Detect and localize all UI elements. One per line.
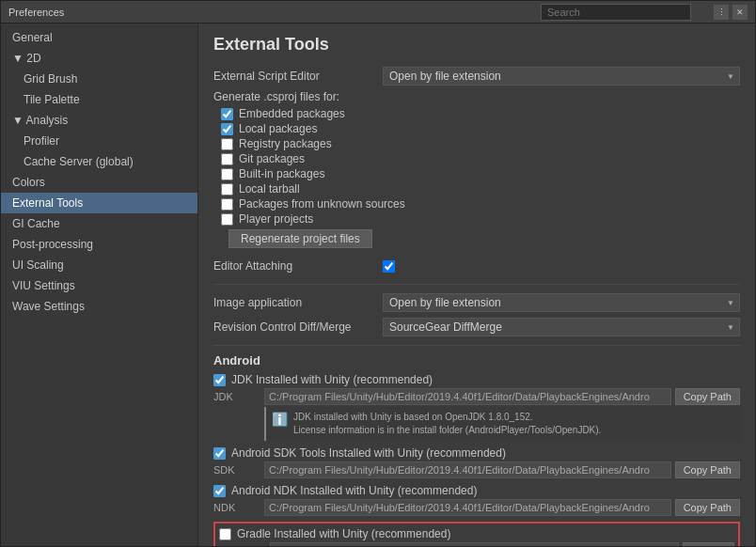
jdk-checkbox[interactable] [213,374,226,386]
revision-dropdown[interactable]: SourceGear DiffMerge [383,318,740,336]
sidebar-item-external-tools[interactable]: External Tools [1,193,197,213]
jdk-path-input[interactable] [264,388,671,405]
ndk-checkbox-row: Android NDK Installed with Unity (recomm… [213,484,740,497]
sdk-checkbox[interactable] [213,447,226,460]
search-input[interactable] [541,4,691,21]
editor-attaching-row: Editor Attaching [213,256,740,276]
checkbox-row-built-in: Built-in packages [213,167,740,180]
checkbox-label-git: Git packages [239,152,305,165]
image-app-label: Image application [213,296,383,309]
checkbox-row-registry: Registry packages [213,137,740,150]
sidebar-item-analysis[interactable]: ▼ Analysis [1,110,197,131]
checkbox-label-local-tarball: Local tarball [239,182,300,195]
regen-button[interactable]: Regenerate project files [228,229,372,248]
gradle-browse-button[interactable]: Browse [683,542,734,546]
ndk-key-label: NDK [213,502,260,513]
gradle-highlighted-section: Gradle Installed with Unity (recommended… [213,522,740,546]
sdk-checkbox-label: Android SDK Tools Installed with Unity (… [231,446,506,460]
main-layout: General ▼ 2D Grid Brush Tile Palette ▼ A… [1,23,755,546]
sidebar-item-viu-settings[interactable]: VIU Settings [1,275,197,296]
page-title: External Tools [213,35,740,55]
image-app-row: Image application Open by file extension [213,292,740,313]
gradle-key-label: Gradle [219,545,266,546]
sdk-checkbox-row: Android SDK Tools Installed with Unity (… [213,446,740,460]
checkbox-local[interactable] [221,123,233,135]
checkbox-embedded[interactable] [221,108,233,120]
divider-2 [213,345,740,346]
editor-attaching-checkbox[interactable] [383,260,395,273]
jdk-info-text: JDK installed with Unity is based on Ope… [293,411,601,437]
sdk-row: Android SDK Tools Installed with Unity (… [213,446,740,478]
checkbox-unknown[interactable] [221,198,233,211]
sidebar-item-grid-brush[interactable]: Grid Brush [1,69,197,89]
script-editor-dropdown[interactable]: Open by file extension [383,67,740,86]
checkbox-row-local-tarball: Local tarball [213,182,740,195]
sidebar-item-cache-server[interactable]: Cache Server (global) [1,151,197,172]
revision-row: Revision Control Diff/Merge SourceGear D… [213,317,740,337]
checkbox-label-local: Local packages [239,122,317,135]
checkbox-label-player: Player projects [239,212,313,226]
sdk-path-row: SDK Copy Path [213,461,740,478]
image-app-dropdown[interactable]: Open by file extension [383,293,740,312]
generate-section: Generate .csproj files for: Embedded pac… [213,90,740,248]
checkbox-row-git: Git packages [213,152,740,165]
sidebar-item-tile-palette[interactable]: Tile Palette [1,89,197,110]
caret-2d: ▼ [12,52,26,65]
titlebar: Preferences ⋮ ✕ [1,1,755,23]
gradle-path-input[interactable] [270,542,679,546]
revision-dropdown-wrapper: SourceGear DiffMerge [383,318,740,336]
android-title: Android [213,353,740,367]
sidebar-item-post-processing[interactable]: Post-processing [1,234,197,255]
editor-attaching-label: Editor Attaching [213,259,383,273]
checkbox-local-tarball[interactable] [221,183,233,195]
sidebar-item-general[interactable]: General [1,27,197,48]
ndk-row: Android NDK Installed with Unity (recomm… [213,484,740,516]
script-editor-row: External Script Editor Open by file exte… [213,66,740,86]
gradle-checkbox[interactable] [219,528,231,540]
jdk-copy-path-button[interactable]: Copy Path [675,388,740,405]
ndk-checkbox-label: Android NDK Installed with Unity (recomm… [231,484,477,497]
sdk-copy-path-button[interactable]: Copy Path [675,461,740,478]
window-title: Preferences [8,7,64,18]
checkbox-label-built-in: Built-in packages [239,167,324,180]
preferences-window: Preferences ⋮ ✕ General ▼ 2D Grid Brush … [0,0,756,547]
jdk-checkbox-row: JDK Installed with Unity (recommended) [213,373,740,386]
checkbox-row-local: Local packages [213,122,740,135]
jdk-key-label: JDK [213,391,260,402]
generate-label: Generate .csproj files for: [213,90,740,103]
caret-analysis: ▼ [12,114,26,127]
sdk-path-input[interactable] [264,461,671,478]
checkbox-label-embedded: Embedded packages [239,107,345,120]
checkbox-player[interactable] [221,213,233,226]
checkbox-built-in[interactable] [221,168,233,180]
android-section: Android JDK Installed with Unity (recomm… [213,353,740,546]
content-area: External Tools External Script Editor Op… [198,23,755,546]
checkbox-row-embedded: Embedded packages [213,107,740,120]
menu-button[interactable]: ⋮ [714,5,729,20]
jdk-path-row: JDK Copy Path [213,388,740,405]
ndk-path-input[interactable] [264,499,671,516]
close-button[interactable]: ✕ [732,5,748,20]
sdk-key-label: SDK [213,464,260,476]
sidebar-item-colors[interactable]: Colors [1,172,197,193]
revision-label: Revision Control Diff/Merge [213,320,383,334]
ndk-copy-path-button[interactable]: Copy Path [675,499,740,516]
jdk-checkbox-label: JDK Installed with Unity (recommended) [231,373,433,386]
titlebar-controls: ⋮ ✕ [714,5,748,20]
sidebar-item-gi-cache[interactable]: GI Cache [1,213,197,234]
ndk-checkbox[interactable] [213,485,226,497]
search-bar [541,4,691,21]
sidebar-item-profiler[interactable]: Profiler [1,131,197,151]
jdk-row: JDK Installed with Unity (recommended) J… [213,373,740,441]
checkbox-registry[interactable] [221,138,233,150]
sidebar-item-ui-scaling[interactable]: UI Scaling [1,255,197,275]
gradle-checkbox-row: Gradle Installed with Unity (recommended… [219,527,734,540]
script-editor-dropdown-wrapper: Open by file extension [383,67,740,86]
checkbox-row-player: Player projects [213,212,740,226]
sidebar-item-2d[interactable]: ▼ 2D [1,48,197,69]
image-app-dropdown-wrapper: Open by file extension [383,293,740,312]
checkbox-git[interactable] [221,153,233,165]
script-editor-label: External Script Editor [213,70,383,83]
divider-1 [213,284,740,285]
sidebar-item-wave-settings[interactable]: Wave Settings [1,296,197,317]
